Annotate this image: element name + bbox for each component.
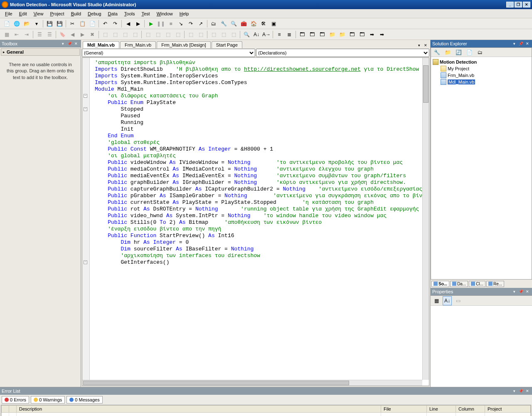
- undo-icon[interactable]: ↶: [101, 19, 110, 28]
- solution-explorer-icon[interactable]: 🗂: [209, 19, 218, 28]
- tools-icon[interactable]: 🛠: [259, 19, 268, 28]
- find-icon[interactable]: 🔍: [242, 30, 251, 39]
- icon-29[interactable]: ⬚: [153, 30, 163, 39]
- menu-data[interactable]: Data: [105, 10, 121, 17]
- redo-icon[interactable]: ↷: [111, 19, 120, 28]
- tabs-dropdown-icon[interactable]: ▾: [416, 42, 422, 48]
- solex-viewcode-icon[interactable]: 📄: [465, 48, 474, 57]
- object-browser-icon[interactable]: 🔍: [229, 19, 238, 28]
- menu-window[interactable]: Window: [153, 10, 176, 17]
- paste-icon[interactable]: 📄: [88, 19, 97, 28]
- close-button[interactable]: ✕: [523, 2, 530, 7]
- toolbox-icon[interactable]: 🧰: [239, 19, 248, 28]
- indent-dec-icon[interactable]: ⇤: [12, 30, 21, 39]
- toolbox-category-general[interactable]: General: [1, 48, 80, 56]
- win-9-icon[interactable]: ➡: [377, 30, 387, 39]
- tab-frm-main-vb-design-[interactable]: Frm_Main.vb [Design]: [157, 41, 211, 48]
- icon-26[interactable]: ⬚: [121, 30, 130, 39]
- display-obj-icon[interactable]: ▦: [2, 30, 11, 39]
- tree-item[interactable]: Frm_Main.vb: [448, 73, 474, 78]
- solex-pin-icon[interactable]: 📌: [518, 41, 524, 47]
- tabs-close-icon[interactable]: ✕: [423, 42, 429, 48]
- project-node[interactable]: Motion Detection: [440, 59, 477, 64]
- icon-34[interactable]: ⬚: [209, 30, 218, 39]
- stop-icon[interactable]: ■: [166, 19, 175, 28]
- scope-dropdown-left[interactable]: (General): [82, 49, 255, 57]
- err-col-Line[interactable]: Line: [427, 406, 456, 413]
- win-5-icon[interactable]: 📁: [337, 30, 347, 39]
- tab-start-page[interactable]: Start Page: [212, 41, 242, 48]
- icon-36[interactable]: ⬚: [229, 30, 238, 39]
- props-close-icon[interactable]: ✕: [525, 289, 530, 295]
- props-alphabetical-icon[interactable]: A↓: [443, 296, 452, 305]
- tab-order-icon[interactable]: ≡: [275, 30, 284, 39]
- nav-fwd-icon[interactable]: ▶: [133, 19, 143, 28]
- panel-tab-3[interactable]: Re...: [486, 281, 504, 287]
- replace-icon[interactable]: A→: [262, 30, 271, 39]
- nav-back-icon[interactable]: ◀: [123, 19, 133, 28]
- outline-toggle-icon[interactable]: −: [84, 260, 87, 264]
- tree-item[interactable]: My Project: [448, 66, 469, 71]
- open-icon[interactable]: 📂: [22, 19, 31, 28]
- menu-tools[interactable]: Tools: [121, 10, 138, 17]
- indent-inc-icon[interactable]: ⇥: [22, 30, 31, 39]
- props-pages-icon[interactable]: ▭: [453, 296, 463, 305]
- editor-vscroll[interactable]: [422, 58, 429, 380]
- errlist-dropdown-icon[interactable]: ▾: [511, 388, 517, 394]
- errlist-pin-icon[interactable]: 📌: [518, 388, 524, 394]
- err-col-File[interactable]: File: [381, 406, 427, 413]
- solex-refresh-icon[interactable]: 🔄: [454, 48, 463, 57]
- outline-toggle-icon[interactable]: −: [84, 107, 87, 111]
- solex-viewdesigner-icon[interactable]: 🗂: [475, 48, 485, 57]
- error-grid[interactable]: DescriptionFileLineColumnProject: [1, 405, 531, 416]
- properties-window-icon[interactable]: 🔧: [219, 19, 228, 28]
- props-categorized-icon[interactable]: ▦: [432, 296, 441, 305]
- step-over-icon[interactable]: ↷: [186, 19, 195, 28]
- err-col-Column[interactable]: Column: [456, 406, 485, 413]
- outline-toggle-icon[interactable]: −: [84, 94, 87, 98]
- panel-tab-1[interactable]: Da...: [450, 281, 468, 287]
- menu-view[interactable]: View: [30, 10, 47, 17]
- minimize-button[interactable]: _: [506, 2, 514, 7]
- menu-project[interactable]: Project: [47, 10, 67, 17]
- messages-filter[interactable]: 0 Messages: [66, 396, 102, 404]
- toolbox-close-icon[interactable]: ✕: [73, 41, 79, 47]
- win-3-icon[interactable]: 🗔: [318, 30, 327, 39]
- menu-help[interactable]: Help: [176, 10, 192, 17]
- pause-icon[interactable]: ❚❚: [156, 19, 165, 28]
- toolbox-dropdown-icon[interactable]: ▾: [60, 41, 66, 47]
- bookmark-toggle-icon[interactable]: 🔖: [58, 30, 67, 39]
- icon-24[interactable]: ⬚: [101, 30, 110, 39]
- err-col-Project[interactable]: Project: [485, 406, 531, 413]
- start-debug-icon[interactable]: ▶: [146, 19, 155, 28]
- tab-frm-main-vb[interactable]: Frm_Main.vb: [120, 41, 156, 48]
- bookmark-next-icon[interactable]: ▶: [78, 30, 87, 39]
- icon-40[interactable]: ≣: [285, 30, 294, 39]
- save-icon[interactable]: 💾: [45, 19, 54, 28]
- solex-dropdown-icon[interactable]: ▾: [511, 41, 517, 47]
- win-7-icon[interactable]: 🗔: [357, 30, 367, 39]
- toolbox-pin-icon[interactable]: 📌: [66, 41, 72, 47]
- win-4-icon[interactable]: 📁: [328, 30, 337, 39]
- errlist-close-icon[interactable]: ✕: [525, 388, 530, 394]
- restore-button[interactable]: ❐: [515, 2, 522, 7]
- editor-hscroll[interactable]: [82, 380, 422, 386]
- win-2-icon[interactable]: 🗔: [308, 30, 317, 39]
- menu-file[interactable]: File: [2, 10, 16, 17]
- cut-icon[interactable]: ✂: [68, 19, 77, 28]
- new-project-icon[interactable]: 📄: [2, 19, 11, 28]
- add-item-icon[interactable]: ▾: [32, 19, 41, 28]
- new-site-icon[interactable]: 🌐: [12, 19, 21, 28]
- props-pin-icon[interactable]: 📌: [518, 289, 524, 295]
- icon-33[interactable]: ⬚: [196, 30, 205, 39]
- icon-35[interactable]: ⬚: [219, 30, 228, 39]
- bookmark-prev-icon[interactable]: ◀: [68, 30, 77, 39]
- err-col-0[interactable]: [2, 406, 9, 413]
- tree-item[interactable]: Mdl_Main.vb: [448, 79, 475, 84]
- icon-28[interactable]: ⬚: [143, 30, 153, 39]
- icon-25[interactable]: ⬚: [111, 30, 120, 39]
- icon-27[interactable]: ⬚: [131, 30, 140, 39]
- menu-build[interactable]: Build: [68, 10, 84, 17]
- scope-dropdown-right[interactable]: (Declarations): [256, 49, 429, 57]
- panel-tab-2[interactable]: Cl...: [469, 281, 485, 287]
